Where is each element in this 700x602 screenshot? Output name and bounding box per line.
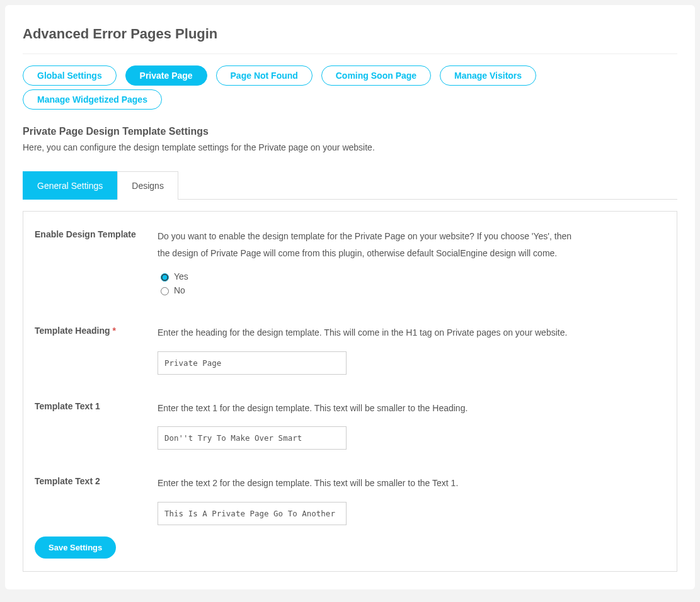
input-template-text-1[interactable] [158, 426, 347, 450]
section-description: Here, you can configure the design templ… [23, 142, 677, 152]
radio-line-yes: Yes [158, 271, 665, 281]
required-marker: * [112, 326, 115, 336]
label-template-text-2: Template Text 2 [35, 475, 158, 525]
field-enable-design-template: Enable Design Template Do you want to en… [35, 228, 665, 299]
help-enable-design-template: Do you want to enable the design templat… [158, 228, 573, 261]
main-tabs: Global Settings Private Page Page Not Fo… [23, 65, 677, 113]
help-template-heading: Enter the heading for the design templat… [158, 324, 573, 341]
field-template-text-1: Template Text 1 Enter the text 1 for the… [35, 400, 665, 450]
field-template-heading: Template Heading * Enter the heading for… [35, 324, 665, 375]
input-template-heading[interactable] [158, 351, 347, 375]
tab-manage-widgetized-pages[interactable]: Manage Widgetized Pages [23, 89, 162, 110]
radio-enable-yes[interactable] [161, 273, 169, 281]
tab-page-not-found[interactable]: Page Not Found [216, 65, 313, 86]
tab-manage-visitors[interactable]: Manage Visitors [440, 65, 536, 86]
label-enable-design-template: Enable Design Template [35, 228, 158, 299]
divider [23, 54, 677, 54]
radio-line-no: No [158, 285, 665, 295]
tab-private-page[interactable]: Private Page [125, 65, 207, 86]
save-button[interactable]: Save Settings [35, 537, 116, 559]
help-template-text-1: Enter the text 1 for the design template… [158, 400, 573, 417]
help-template-text-2: Enter the text 2 for the design template… [158, 475, 573, 492]
tab-coming-soon-page[interactable]: Coming Soon Page [321, 65, 431, 86]
tab-global-settings[interactable]: Global Settings [23, 65, 117, 86]
form-box: Enable Design Template Do you want to en… [23, 211, 677, 572]
label-template-heading: Template Heading * [35, 324, 158, 375]
radio-label-yes: Yes [174, 271, 188, 281]
radio-enable-no[interactable] [161, 287, 169, 295]
sub-tabs: General Settings Designs [23, 171, 677, 200]
settings-panel: Advanced Error Pages Plugin Global Setti… [5, 5, 695, 589]
subtab-designs[interactable]: Designs [117, 171, 178, 200]
field-template-text-2: Template Text 2 Enter the text 2 for the… [35, 475, 665, 525]
input-template-text-2[interactable] [158, 502, 347, 525]
radio-label-no: No [174, 285, 185, 295]
section-title: Private Page Design Template Settings [23, 126, 677, 137]
page-title: Advanced Error Pages Plugin [23, 26, 677, 42]
subtab-general-settings[interactable]: General Settings [23, 171, 117, 200]
label-template-text-1: Template Text 1 [35, 400, 158, 450]
